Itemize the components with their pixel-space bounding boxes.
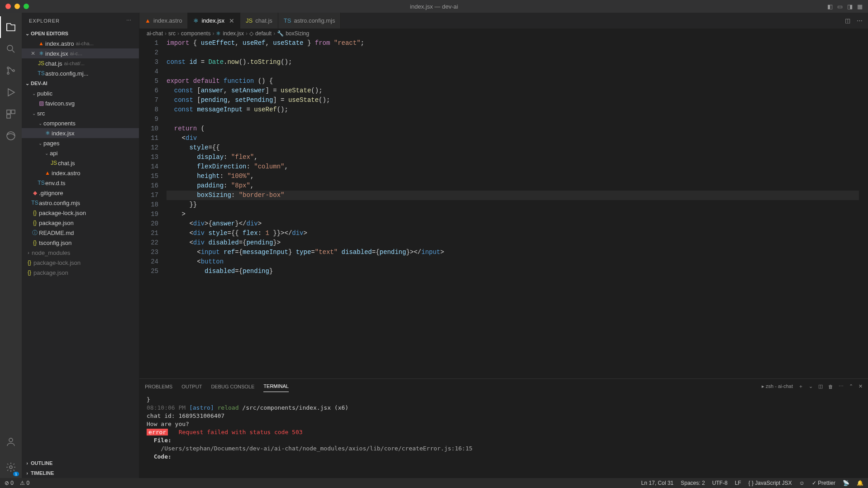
status-encoding[interactable]: UTF-8 xyxy=(712,480,728,486)
terminal-shell-label[interactable]: ▸ zsh - ai-chat xyxy=(762,383,793,389)
svg-rect-6 xyxy=(7,115,10,118)
outline-section[interactable]: ›OUTLINE xyxy=(22,458,139,468)
explorer-sidebar: EXPLORER ⋯ ⌄OPEN EDITORS ▲ index.astro a… xyxy=(22,13,139,478)
status-copilot-icon[interactable]: ☺ xyxy=(799,480,805,486)
tab-indexjsx[interactable]: ⚛index.jsx✕ xyxy=(188,13,240,29)
file-packagelock2[interactable]: {}package-lock.json xyxy=(22,258,139,268)
settings-activity[interactable]: 1 xyxy=(0,456,22,478)
terminal[interactable]: } 08:10:06 PM [astro] reload /src/compon… xyxy=(139,394,868,478)
breadcrumbs[interactable]: ai-chat› src› components› ⚛index.jsx› ◇d… xyxy=(139,29,868,38)
minimize-window-button[interactable] xyxy=(14,4,20,9)
folder-components[interactable]: ⌄components xyxy=(22,118,139,128)
file-indexastro[interactable]: ▲index.astro xyxy=(22,168,139,178)
layout-grid-icon[interactable]: ▦ xyxy=(857,3,863,10)
status-errors[interactable]: ⊘ 0 xyxy=(5,480,14,486)
timeline-section[interactable]: ›TIMELINE xyxy=(22,468,139,478)
open-editor-item[interactable]: ▲ index.astro ai-cha... xyxy=(22,38,139,48)
kill-terminal-icon[interactable]: 🗑 xyxy=(828,384,833,389)
file-packagelock[interactable]: {}package-lock.json xyxy=(22,208,139,218)
tab-indexastro[interactable]: ▲index.astro xyxy=(139,13,188,29)
titlebar: index.jsx — dev-ai ◧ ▭ ◨ ▦ xyxy=(0,0,868,13)
settings-badge: 1 xyxy=(13,472,19,476)
status-warnings[interactable]: ⚠ 0 xyxy=(20,480,29,486)
svg-point-8 xyxy=(9,438,13,442)
accounts-activity[interactable] xyxy=(0,431,22,453)
panel-tab-problems[interactable]: PROBLEMS xyxy=(145,381,172,392)
open-editor-item[interactable]: TS astro.config.mj... xyxy=(22,68,139,78)
svg-point-2 xyxy=(7,72,9,74)
close-panel-icon[interactable]: ✕ xyxy=(858,383,863,389)
search-activity[interactable] xyxy=(0,38,22,60)
terminal-dropdown-icon[interactable]: ⌄ xyxy=(809,383,813,389)
code-editor[interactable]: 1234567891011121314151617181920212223242… xyxy=(139,38,868,378)
svg-point-9 xyxy=(10,466,12,469)
folder-pages[interactable]: ⌄pages xyxy=(22,138,139,148)
file-chatjs[interactable]: JSchat.js xyxy=(22,158,139,168)
minimap[interactable] xyxy=(859,38,868,378)
panel-tab-debug[interactable]: DEBUG CONSOLE xyxy=(211,381,254,392)
bottom-panel: PROBLEMS OUTPUT DEBUG CONSOLE TERMINAL ▸… xyxy=(139,378,868,478)
extensions-activity[interactable] xyxy=(0,103,22,125)
status-bell-icon[interactable]: 🔔 xyxy=(857,480,863,486)
open-editors-section[interactable]: ⌄OPEN EDITORS xyxy=(22,29,139,38)
source-control-activity[interactable] xyxy=(0,60,22,81)
status-spaces[interactable]: Spaces: 2 xyxy=(681,480,705,486)
editor-area: ▲index.astro ⚛index.jsx✕ JSchat.js TSast… xyxy=(139,13,868,478)
close-tab-icon[interactable]: ✕ xyxy=(229,17,234,24)
panel-tab-terminal[interactable]: TERMINAL xyxy=(263,381,289,392)
folder-src[interactable]: ⌄src xyxy=(22,108,139,118)
status-language[interactable]: { } JavaScript JSX xyxy=(749,480,792,486)
close-editor-icon[interactable]: ✕ xyxy=(31,50,37,57)
svg-rect-5 xyxy=(11,110,15,114)
open-editor-item[interactable]: ✕⚛ index.jsx ai-c... xyxy=(22,48,139,58)
folder-public[interactable]: ⌄public xyxy=(22,88,139,98)
svg-point-1 xyxy=(7,67,9,69)
file-astroconfig[interactable]: TSastro.config.mjs xyxy=(22,198,139,208)
maximize-window-button[interactable] xyxy=(24,4,29,9)
close-window-button[interactable] xyxy=(5,4,11,9)
edge-activity[interactable] xyxy=(0,125,22,147)
tab-chatjs[interactable]: JSchat.js xyxy=(240,13,278,29)
file-package2[interactable]: {}package.json xyxy=(22,268,139,277)
file-favicon[interactable]: ▨favicon.svg xyxy=(22,98,139,108)
activity-bar: 1 xyxy=(0,13,22,478)
status-cursor[interactable]: Ln 17, Col 31 xyxy=(641,480,673,486)
run-debug-activity[interactable] xyxy=(0,81,22,103)
folder-api[interactable]: ⌄api xyxy=(22,148,139,158)
sidebar-more-icon[interactable]: ⋯ xyxy=(126,18,132,24)
svg-point-0 xyxy=(7,45,13,51)
new-terminal-icon[interactable]: ＋ xyxy=(798,383,803,390)
status-prettier[interactable]: ✓ Prettier xyxy=(812,480,835,486)
panel-tab-output[interactable]: OUTPUT xyxy=(181,381,202,392)
file-indexjsx[interactable]: ⚛index.jsx xyxy=(22,128,139,138)
status-eol[interactable]: LF xyxy=(735,480,741,486)
layout-right-icon[interactable]: ◨ xyxy=(847,3,853,10)
open-editor-item[interactable]: JS chat.js ai-chat/... xyxy=(22,58,139,68)
svg-point-7 xyxy=(7,132,15,140)
sidebar-title: EXPLORER xyxy=(29,18,60,24)
folder-nodemodules[interactable]: ›node_modules xyxy=(22,248,139,258)
code-content[interactable]: import { useEffect, useRef, useState } f… xyxy=(167,38,859,378)
project-section[interactable]: ⌄DEV-AI xyxy=(22,78,139,88)
status-feedback-icon[interactable]: 📡 xyxy=(843,480,849,486)
explorer-activity[interactable] xyxy=(0,16,22,38)
svg-rect-4 xyxy=(7,110,10,114)
maximize-panel-icon[interactable]: ⌃ xyxy=(849,383,853,389)
svg-point-3 xyxy=(13,70,14,72)
editor-tabs: ▲index.astro ⚛index.jsx✕ JSchat.js TSast… xyxy=(139,13,868,29)
layout-bottom-icon[interactable]: ▭ xyxy=(837,3,843,10)
split-editor-icon[interactable]: ◫ xyxy=(845,17,850,24)
line-gutter: 1234567891011121314151617181920212223242… xyxy=(139,38,167,378)
file-envdts[interactable]: TSenv.d.ts xyxy=(22,178,139,188)
split-terminal-icon[interactable]: ◫ xyxy=(818,383,823,389)
layout-side-icon[interactable]: ◧ xyxy=(827,3,833,10)
terminal-more-icon[interactable]: ⋯ xyxy=(839,383,844,389)
more-actions-icon[interactable]: ⋯ xyxy=(857,17,863,24)
file-tsconfig[interactable]: {}tsconfig.json xyxy=(22,238,139,248)
file-package[interactable]: {}package.json xyxy=(22,218,139,228)
window-title: index.jsx — dev-ai xyxy=(410,3,458,10)
tab-astroconfig[interactable]: TSastro.config.mjs xyxy=(278,13,341,29)
file-gitignore[interactable]: ◆.gitignore xyxy=(22,188,139,198)
status-bar: ⊘ 0 ⚠ 0 Ln 17, Col 31 Spaces: 2 UTF-8 LF… xyxy=(0,478,868,488)
file-readme[interactable]: ⓘREADME.md xyxy=(22,228,139,238)
